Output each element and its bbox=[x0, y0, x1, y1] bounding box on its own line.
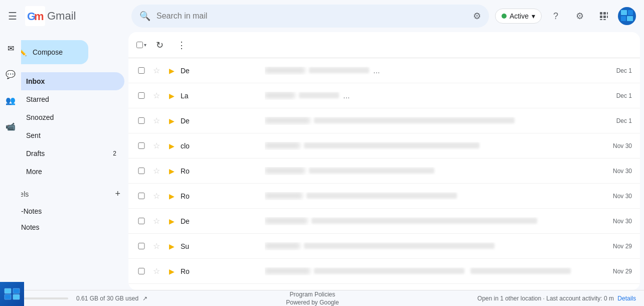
table-row[interactable]: ☆ ▶ De Nov 30 bbox=[128, 209, 640, 234]
table-row[interactable]: ☆ ▶ De Dec 1 bbox=[128, 58, 640, 83]
sender-name: Ro bbox=[181, 267, 261, 275]
table-row[interactable]: ☆ ▶ Su Nov 29 bbox=[128, 234, 640, 259]
drafts-label: Drafts bbox=[26, 149, 45, 158]
important-icon[interactable]: ▶ bbox=[167, 117, 177, 125]
sender-name: clo bbox=[181, 142, 261, 150]
label-item-notes-dark[interactable]: Notes bbox=[8, 219, 120, 235]
sidebar-icon-strip: ✉ 💬 👥 📹 bbox=[0, 32, 21, 290]
email-checkbox[interactable] bbox=[136, 117, 146, 124]
email-list: ☆ ▶ De Dec 1 ☆ ▶ La bbox=[128, 58, 640, 290]
select-all-checkbox[interactable] bbox=[136, 42, 143, 48]
email-snippet bbox=[265, 267, 598, 275]
email-date: Dec 1 bbox=[602, 117, 632, 124]
email-checkbox[interactable] bbox=[136, 218, 146, 224]
sender-name: La bbox=[181, 92, 261, 100]
svg-text:m: m bbox=[34, 10, 44, 23]
table-row[interactable]: ☆ ▶ De Dec 1 bbox=[128, 108, 640, 133]
user-avatar[interactable] bbox=[618, 7, 636, 25]
more-options-button[interactable]: ⋮ bbox=[173, 36, 191, 54]
important-icon[interactable]: ▶ bbox=[167, 217, 177, 225]
storage-area: 0.61 GB of 30 GB used ↗ bbox=[8, 295, 147, 302]
star-icon[interactable]: ☆ bbox=[150, 116, 163, 125]
sender-name: Ro bbox=[181, 192, 261, 200]
star-icon[interactable]: ☆ bbox=[150, 166, 163, 176]
email-checkbox[interactable] bbox=[136, 243, 146, 249]
sidebar-meet-icon[interactable]: 📹 bbox=[3, 118, 19, 134]
sidebar-spaces-icon[interactable]: 👥 bbox=[3, 92, 19, 108]
more-label: More bbox=[26, 168, 42, 176]
table-row[interactable]: ☆ ▶ Ro Nov 29 bbox=[128, 284, 640, 290]
star-icon[interactable]: ☆ bbox=[150, 241, 163, 251]
table-row[interactable]: ☆ ▶ Ro Nov 30 bbox=[128, 184, 640, 209]
email-checkbox[interactable] bbox=[136, 67, 146, 74]
storage-text: 0.61 GB of 30 GB used bbox=[76, 295, 138, 302]
email-checkbox[interactable] bbox=[136, 142, 146, 149]
important-icon[interactable]: ▶ bbox=[167, 192, 177, 200]
apps-grid-icon bbox=[599, 11, 609, 21]
svg-rect-16 bbox=[5, 288, 11, 293]
table-row[interactable]: ☆ ▶ clo Nov 30 bbox=[128, 133, 640, 159]
svg-rect-15 bbox=[627, 16, 633, 21]
email-checkbox[interactable] bbox=[136, 168, 146, 174]
important-icon[interactable]: ▶ bbox=[167, 92, 177, 100]
important-icon[interactable]: ▶ bbox=[167, 267, 177, 275]
help-button[interactable]: ? bbox=[546, 6, 566, 26]
svg-rect-18 bbox=[5, 294, 11, 299]
table-row[interactable]: ☆ ▶ La Dec 1 bbox=[128, 83, 640, 108]
storage-link-icon[interactable]: ↗ bbox=[142, 295, 147, 302]
email-snippet bbox=[265, 142, 598, 150]
important-icon[interactable]: ▶ bbox=[167, 142, 177, 150]
email-panel: ▾ ↻ ⋮ ☆ ▶ De Dec 1 bbox=[128, 32, 640, 290]
email-snippet bbox=[265, 92, 598, 100]
active-status-button[interactable]: Active ▾ bbox=[495, 9, 542, 24]
email-date: Nov 29 bbox=[602, 243, 632, 250]
program-policies-link[interactable]: Program Policies bbox=[290, 291, 336, 298]
search-tune-icon[interactable]: ⚙ bbox=[473, 11, 481, 22]
sidebar-chat-icon[interactable]: 💬 bbox=[3, 66, 19, 82]
email-date: Nov 29 bbox=[602, 268, 632, 275]
sidebar-mail-icon[interactable]: ✉ bbox=[3, 40, 19, 56]
star-icon[interactable]: ☆ bbox=[150, 91, 163, 100]
sent-label: Sent bbox=[26, 131, 41, 139]
star-icon[interactable]: ☆ bbox=[150, 216, 163, 226]
star-icon[interactable]: ☆ bbox=[150, 191, 163, 201]
svg-rect-3 bbox=[600, 12, 602, 15]
star-icon[interactable]: ☆ bbox=[150, 66, 163, 75]
email-date: Nov 30 bbox=[602, 142, 632, 149]
refresh-button[interactable]: ↻ bbox=[150, 36, 169, 54]
email-toolbar: ▾ ↻ ⋮ bbox=[128, 32, 640, 58]
drafts-badge: 2 bbox=[113, 150, 116, 157]
search-bar: 🔍 ⚙ bbox=[131, 5, 489, 28]
hamburger-menu[interactable]: ☰ bbox=[8, 10, 17, 22]
label-notes-blue-text: -Notes bbox=[21, 207, 42, 215]
settings-button[interactable]: ⚙ bbox=[570, 6, 590, 26]
svg-rect-14 bbox=[621, 16, 626, 21]
powered-by-google: Powered by Google bbox=[286, 299, 339, 306]
star-icon[interactable]: ☆ bbox=[150, 141, 163, 150]
search-input[interactable] bbox=[156, 12, 467, 21]
apps-button[interactable] bbox=[594, 6, 614, 26]
select-all-chevron[interactable]: ▾ bbox=[144, 42, 146, 48]
email-snippet bbox=[265, 242, 598, 250]
star-icon[interactable]: ☆ bbox=[150, 266, 163, 276]
table-row[interactable]: ☆ ▶ Ro Nov 30 bbox=[128, 159, 640, 184]
svg-rect-10 bbox=[603, 19, 606, 20]
svg-rect-8 bbox=[607, 16, 608, 18]
active-chevron: ▾ bbox=[532, 12, 535, 20]
add-label-button[interactable]: + bbox=[115, 189, 120, 199]
email-date: Dec 1 bbox=[602, 92, 632, 99]
label-item-notes-blue[interactable]: -Notes bbox=[8, 203, 120, 219]
important-icon[interactable]: ▶ bbox=[167, 67, 177, 75]
table-row[interactable]: ☆ ▶ Ro Nov 29 bbox=[128, 259, 640, 284]
important-icon[interactable]: ▶ bbox=[167, 242, 177, 250]
last-activity-prefix: Open in 1 other location · bbox=[477, 295, 545, 302]
email-checkbox[interactable] bbox=[136, 268, 146, 274]
important-icon[interactable]: ▶ bbox=[167, 167, 177, 175]
label-notes-dark-text: Notes bbox=[21, 223, 40, 231]
details-link[interactable]: Details bbox=[617, 295, 636, 302]
footer: 0.61 GB of 30 GB used ↗ Program Policies… bbox=[0, 290, 644, 306]
sender-name: Su bbox=[181, 242, 261, 250]
email-checkbox[interactable] bbox=[136, 92, 146, 99]
email-checkbox[interactable] bbox=[136, 193, 146, 199]
compose-label: Compose bbox=[33, 48, 63, 56]
